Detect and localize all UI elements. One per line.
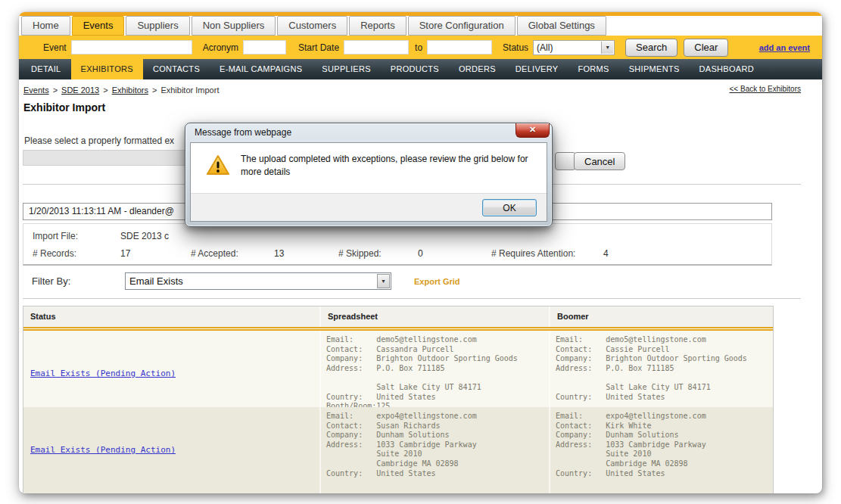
breadcrumb-events[interactable]: Events <box>23 86 49 95</box>
status-link[interactable]: Email Exists (Pending Action) <box>30 445 176 455</box>
desktop-canvas: Home Events Suppliers Non Suppliers Cust… <box>0 0 841 504</box>
table-row: Email Exists (Pending Action) Email: dem… <box>23 331 773 407</box>
boomer-cell: Email: expo4@tellingstone.com Contact: K… <box>549 407 773 493</box>
dialog-message: The upload completed with exceptions, pl… <box>241 153 537 179</box>
event-input[interactable] <box>71 40 192 54</box>
breadcrumb-current: Exhibitor Import <box>160 86 219 95</box>
upload-hint-text: Please select a properly formatted ex <box>24 135 174 146</box>
breadcrumb-separator: > <box>103 86 107 95</box>
tab-non-suppliers[interactable]: Non Suppliers <box>192 16 276 36</box>
status-select-value: (All) <box>537 42 553 53</box>
status-cell: Email Exists (Pending Action) <box>23 407 319 493</box>
column-header-spreadsheet: Spreadsheet <box>319 306 549 327</box>
subnav-forms[interactable]: FORMS <box>568 59 618 79</box>
grid-header: Status Spreadsheet Boomer <box>23 306 773 327</box>
tab-store-configuration[interactable]: Store Configuration <box>408 16 516 36</box>
main-tabs: Home Events Suppliers Non Suppliers Cust… <box>21 16 606 36</box>
records-label: # Records: <box>33 248 76 259</box>
accepted-value: 13 <box>274 248 284 259</box>
dialog-title: Message from webpage <box>195 127 291 138</box>
filter-by-label: Filter By: <box>32 275 70 287</box>
skipped-label: # Skipped: <box>338 248 382 259</box>
search-button[interactable]: Search <box>625 39 677 57</box>
breadcrumb-separator: > <box>53 86 58 95</box>
import-results-grid: Status Spreadsheet Boomer Email Exists (… <box>23 306 774 493</box>
event-label: Event <box>43 42 67 53</box>
filter-select[interactable]: Email Exists ▼ <box>125 272 391 290</box>
boomer-cell: Email: demo5@tellingstone.com Contact: C… <box>549 331 773 407</box>
close-icon[interactable]: ✕ <box>516 123 550 138</box>
tab-customers[interactable]: Customers <box>277 16 347 36</box>
breadcrumb: Events>SDE 2013>Exhibitors>Exhibitor Imp… <box>23 86 219 95</box>
page-title: Exhibitor Import <box>23 101 105 114</box>
breadcrumb-exhibitors[interactable]: Exhibitors <box>112 86 148 95</box>
end-date-input[interactable] <box>427 40 492 54</box>
tab-home[interactable]: Home <box>21 16 70 36</box>
subnav-orders[interactable]: ORDERS <box>449 59 506 79</box>
start-date-input[interactable] <box>344 40 409 54</box>
ok-button[interactable]: OK <box>482 199 537 216</box>
spreadsheet-cell: Email: expo4@tellingstone.com Contact: S… <box>319 407 549 493</box>
warning-icon <box>206 154 230 179</box>
requires-attention-value: 4 <box>603 248 609 259</box>
column-header-status: Status <box>23 306 319 327</box>
to-label: to <box>415 42 422 53</box>
event-search-toolbar: Event Acronym Start Date to Status (All)… <box>19 36 822 59</box>
breadcrumb-sde-2013[interactable]: SDE 2013 <box>61 86 99 95</box>
spreadsheet-cell: Email: demo5@tellingstone.com Contact: C… <box>319 331 549 407</box>
tab-global-settings[interactable]: Global Settings <box>517 16 606 36</box>
subnav-email-campaigns[interactable]: E-MAIL CAMPAIGNS <box>210 59 312 79</box>
subnav-products[interactable]: PRODUCTS <box>381 59 449 79</box>
subnav-exhibitors[interactable]: EXHIBITORS <box>71 59 143 79</box>
table-row: Email Exists (Pending Action) Email: exp… <box>23 407 773 493</box>
add-event-link[interactable]: add an event <box>759 43 810 52</box>
divider <box>23 298 801 299</box>
status-cell: Email Exists (Pending Action) <box>23 331 319 407</box>
message-dialog: Message from webpage ✕ The upload comple… <box>185 123 553 227</box>
import-file-label: Import File: <box>33 231 78 241</box>
status-link[interactable]: Email Exists (Pending Action) <box>30 369 176 378</box>
acronym-input[interactable] <box>243 40 286 54</box>
subnav-detail[interactable]: DETAIL <box>21 59 71 79</box>
filter-select-value: Email Exists <box>129 275 183 287</box>
requires-attention-label: # Requires Attention: <box>491 248 575 259</box>
start-date-label: Start Date <box>298 42 339 53</box>
records-value: 17 <box>120 248 130 259</box>
dialog-body: The upload completed with exceptions, pl… <box>190 142 547 222</box>
acronym-label: Acronym <box>203 42 238 53</box>
chevron-down-icon[interactable]: ▼ <box>377 274 390 288</box>
subnav-contacts[interactable]: CONTACTS <box>143 59 210 79</box>
subnav-delivery[interactable]: DELIVERY <box>506 59 568 79</box>
back-to-exhibitors-link[interactable]: << Back to Exhibitors <box>730 85 802 93</box>
accepted-label: # Accepted: <box>191 248 238 259</box>
tab-events[interactable]: Events <box>72 16 125 36</box>
chevron-down-icon[interactable]: ▼ <box>601 42 613 54</box>
tab-reports[interactable]: Reports <box>349 16 406 36</box>
cancel-button[interactable]: Cancel <box>574 152 625 170</box>
app-window: Home Events Suppliers Non Suppliers Cust… <box>19 12 822 493</box>
tab-suppliers[interactable]: Suppliers <box>126 16 189 36</box>
subnav-dashboard[interactable]: DASHBOARD <box>690 59 764 79</box>
clear-button[interactable]: Clear <box>684 39 728 57</box>
subnav-suppliers[interactable]: SUPPLIERS <box>312 59 380 79</box>
upload-button-partial[interactable] <box>555 152 576 170</box>
status-label: Status <box>503 42 528 53</box>
import-file-value: SDE 2013 c <box>120 231 169 241</box>
import-summary-panel: Import File: SDE 2013 c # Records: 17 # … <box>23 223 772 266</box>
skipped-value: 0 <box>418 248 423 259</box>
subnav-shipments[interactable]: SHIPMENTS <box>619 59 690 79</box>
breadcrumb-separator: > <box>152 86 157 95</box>
event-subnav: DETAIL EXHIBITORS CONTACTS E-MAIL CAMPAI… <box>19 59 822 79</box>
dialog-footer: OK <box>191 193 547 221</box>
column-header-boomer: Boomer <box>549 306 773 327</box>
status-select[interactable]: (All) ▼ <box>533 40 615 55</box>
export-grid-link[interactable]: Export Grid <box>414 277 460 286</box>
